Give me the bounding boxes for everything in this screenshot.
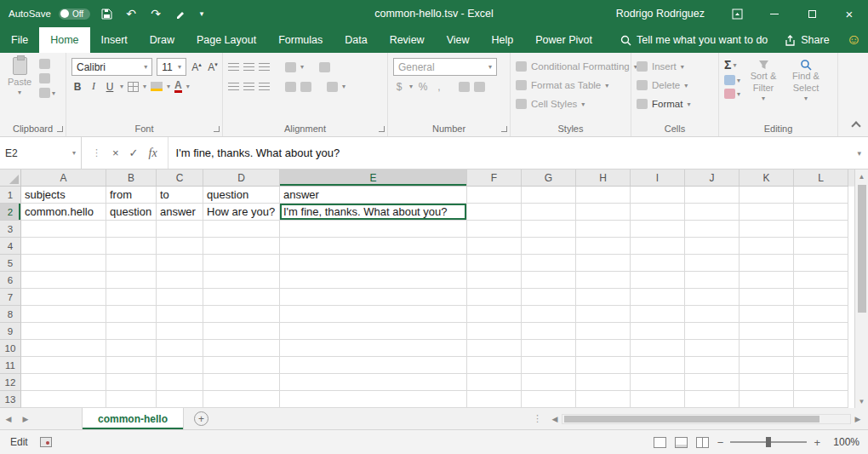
cell-D6[interactable] [203, 272, 280, 289]
find-select-button[interactable]: Find & Select ▾ [786, 57, 825, 121]
cell-A13[interactable] [21, 391, 106, 408]
decrease-decimal-icon[interactable] [474, 82, 485, 92]
align-right-icon[interactable] [259, 83, 270, 90]
autosave-toggle[interactable]: Off [59, 9, 90, 20]
column-header-G[interactable]: G [522, 170, 576, 187]
delete-cells-button[interactable]: Delete ▾ [637, 76, 715, 95]
cell-B10[interactable] [106, 340, 157, 357]
cell-E6[interactable] [280, 272, 467, 289]
cell-J9[interactable] [685, 323, 740, 340]
font-name-combo[interactable]: Calibri▾ [71, 58, 152, 76]
cell-E1[interactable]: answer [280, 187, 467, 204]
collapse-ribbon-icon[interactable] [851, 121, 860, 130]
format-cells-button[interactable]: Format ▾ [637, 95, 715, 113]
grow-font-button[interactable]: A▴ [191, 61, 203, 73]
italic-button[interactable]: I [88, 80, 100, 93]
ribbon-tab-review[interactable]: Review [379, 27, 436, 53]
cell-D2[interactable]: How are you? [203, 204, 280, 221]
cell-K11[interactable] [740, 357, 794, 374]
row-header-7[interactable]: 7 [0, 289, 21, 306]
ribbon-tab-draw[interactable]: Draw [139, 27, 186, 53]
cell-B1[interactable]: from [106, 187, 157, 204]
font-color-chevron-icon[interactable]: ▾ [186, 83, 190, 90]
cell-H12[interactable] [576, 374, 631, 391]
row-header-1[interactable]: 1 [0, 187, 21, 204]
ribbon-tab-formulas[interactable]: Formulas [267, 27, 334, 53]
formula-bar-expand-icon[interactable]: ▾ [850, 149, 868, 158]
cell-L8[interactable] [794, 306, 848, 323]
maximize-button[interactable] [793, 0, 831, 27]
cell-L13[interactable] [794, 391, 848, 408]
cell-K7[interactable] [740, 289, 794, 306]
cell-I8[interactable] [631, 306, 685, 323]
column-header-L[interactable]: L [794, 170, 848, 187]
cell-K4[interactable] [740, 238, 794, 255]
select-all-button[interactable] [0, 170, 21, 187]
cell-C3[interactable] [157, 221, 203, 238]
cell-L10[interactable] [794, 340, 848, 357]
cell-A11[interactable] [21, 357, 106, 374]
cell-J8[interactable] [685, 306, 740, 323]
horizontal-scroll-thumb[interactable] [564, 416, 819, 422]
row-header-3[interactable]: 3 [0, 221, 21, 238]
cell-C12[interactable] [157, 374, 203, 391]
cell-B4[interactable] [106, 238, 157, 255]
cell-J10[interactable] [685, 340, 740, 357]
autosum-button[interactable]: Σ▾ [724, 58, 740, 72]
column-header-I[interactable]: I [631, 170, 685, 187]
row-header-12[interactable]: 12 [0, 374, 21, 391]
format-as-table-button[interactable]: Format as Table ▾ [516, 76, 627, 95]
fill-icon[interactable] [724, 75, 735, 85]
merge-center-icon[interactable] [327, 82, 338, 92]
name-box[interactable]: E2 ▾ [0, 137, 82, 169]
cell-K6[interactable] [740, 272, 794, 289]
zoom-in-icon[interactable]: + [814, 436, 820, 449]
ribbon-display-options-icon[interactable] [718, 0, 756, 27]
cut-icon[interactable] [39, 59, 50, 69]
font-size-combo[interactable]: 11▾ [157, 58, 186, 76]
cell-L11[interactable] [794, 357, 848, 374]
row-header-8[interactable]: 8 [0, 306, 21, 323]
cell-C6[interactable] [157, 272, 203, 289]
cell-K2[interactable] [740, 204, 794, 221]
scroll-down-icon[interactable]: ▼ [859, 394, 865, 408]
cell-I7[interactable] [631, 289, 685, 306]
cell-J7[interactable] [685, 289, 740, 306]
orientation-icon[interactable] [285, 62, 296, 72]
sheet-nav-right-icon[interactable]: ▶ [17, 408, 34, 429]
cell-H5[interactable] [576, 255, 631, 272]
percent-button[interactable]: % [417, 81, 429, 93]
cell-styles-button[interactable]: Cell Styles ▾ [516, 95, 627, 113]
horizontal-scrollbar[interactable]: ◀ ▶ [548, 414, 865, 424]
cell-F11[interactable] [467, 357, 522, 374]
cell-J5[interactable] [685, 255, 740, 272]
cell-E10[interactable] [280, 340, 467, 357]
cell-I9[interactable] [631, 323, 685, 340]
cell-B9[interactable] [106, 323, 157, 340]
cell-B7[interactable] [106, 289, 157, 306]
formula-input[interactable]: I'm fine, thanks. What about you? [168, 147, 851, 159]
zoom-slider[interactable] [730, 441, 807, 443]
cell-A9[interactable] [21, 323, 106, 340]
tab-splitter-icon[interactable]: ⋮ [533, 413, 543, 424]
cell-A7[interactable] [21, 289, 106, 306]
cell-D13[interactable] [203, 391, 280, 408]
cell-H10[interactable] [576, 340, 631, 357]
cell-D3[interactable] [203, 221, 280, 238]
cell-D10[interactable] [203, 340, 280, 357]
column-header-D[interactable]: D [203, 170, 280, 187]
cell-D1[interactable]: question [203, 187, 280, 204]
customize-quick-access-chevron-icon[interactable]: ▾ [197, 4, 207, 23]
column-header-F[interactable]: F [467, 170, 522, 187]
increase-decimal-icon[interactable] [459, 82, 470, 92]
ribbon-tab-help[interactable]: Help [481, 27, 525, 53]
cell-B8[interactable] [106, 306, 157, 323]
cell-E9[interactable] [280, 323, 467, 340]
cell-I2[interactable] [631, 204, 685, 221]
cell-A10[interactable] [21, 340, 106, 357]
cell-A1[interactable]: subjects [21, 187, 106, 204]
share-button[interactable]: Share [785, 34, 829, 46]
cancel-entry-icon[interactable]: × [112, 147, 119, 159]
cell-J13[interactable] [685, 391, 740, 408]
align-bottom-icon[interactable] [259, 63, 270, 71]
